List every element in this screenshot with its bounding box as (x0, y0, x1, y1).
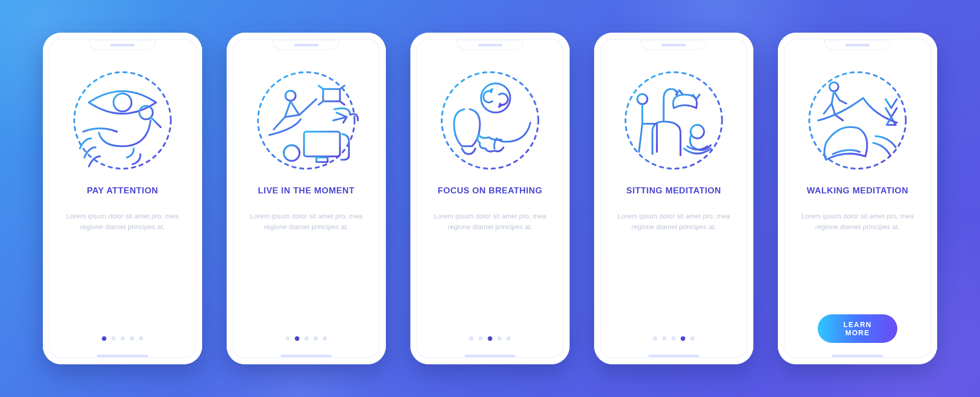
home-indicator (464, 355, 516, 357)
walking-icon (801, 64, 914, 177)
svg-point-22 (829, 82, 839, 91)
home-indicator (97, 355, 148, 357)
page-dots (102, 336, 143, 341)
svg-point-1 (113, 93, 131, 111)
slide-desc: Lorem ipsum dolor sit amet pro, mea regi… (794, 211, 921, 233)
dot[interactable] (672, 336, 676, 340)
dot[interactable] (479, 336, 483, 340)
slide-desc: Lorem ipsum dolor sit amet pro, mea regi… (242, 211, 370, 233)
svg-point-14 (442, 72, 538, 168)
dot[interactable] (470, 336, 474, 340)
svg-line-3 (151, 117, 161, 127)
dot[interactable] (139, 336, 143, 340)
breathing-icon (434, 64, 546, 177)
slide-title: FOCUS ON BREATHING (437, 186, 542, 196)
phone-sitting: SITTING MEDITATION Lorem ipsum dolor sit… (594, 33, 753, 364)
dot[interactable] (121, 336, 125, 340)
slide-title: LIVE IN THE MOMENT (258, 186, 354, 196)
slide-title: PAY ATTENTION (87, 186, 158, 196)
svg-rect-8 (304, 132, 340, 156)
svg-point-0 (74, 72, 170, 168)
page-dots (470, 336, 511, 341)
svg-point-15 (481, 83, 510, 112)
dot[interactable] (112, 336, 116, 340)
dot[interactable] (498, 336, 502, 340)
phone-row: PAY ATTENTION Lorem ipsum dolor sit amet… (43, 33, 937, 364)
svg-point-17 (638, 94, 648, 104)
phone-pay-attention: PAY ATTENTION Lorem ipsum dolor sit amet… (43, 33, 202, 364)
dot[interactable] (305, 336, 309, 340)
home-indicator (281, 355, 332, 357)
page-dots (286, 336, 327, 341)
phone-breathing: FOCUS ON BREATHING Lorem ipsum dolor sit… (410, 33, 570, 364)
home-indicator (648, 355, 699, 357)
dot[interactable] (314, 336, 318, 340)
slide-title: SITTING MEDITATION (626, 186, 721, 196)
dot[interactable] (130, 336, 134, 340)
slide-desc: Lorem ipsum dolor sit amet pro, mea regi… (426, 211, 554, 233)
svg-point-18 (691, 125, 704, 138)
svg-point-16 (625, 72, 722, 168)
dot[interactable] (681, 336, 685, 341)
dot[interactable] (323, 336, 327, 340)
phone-walking: WALKING MEDITATION Lorem ipsum dolor sit… (778, 33, 937, 364)
dot[interactable] (653, 336, 657, 340)
learn-more-button[interactable]: LEARN MORE (818, 314, 897, 343)
svg-point-5 (285, 91, 296, 101)
dot[interactable] (507, 336, 511, 340)
slide-desc: Lorem ipsum dolor sit amet pro, mea regi… (59, 211, 186, 233)
moment-icon (250, 64, 362, 177)
sitting-icon (618, 64, 730, 177)
dot[interactable] (488, 336, 493, 341)
phone-live-moment: LIVE IN THE MOMENT Lorem ipsum dolor sit… (227, 33, 386, 364)
dot[interactable] (691, 336, 695, 340)
page-dots (653, 336, 695, 341)
dot[interactable] (102, 336, 107, 341)
slide-title: WALKING MEDITATION (806, 186, 908, 196)
dot[interactable] (295, 336, 300, 341)
dot[interactable] (286, 336, 290, 340)
home-indicator (832, 355, 883, 357)
dot[interactable] (663, 336, 667, 340)
attention-icon (66, 64, 179, 177)
svg-rect-9 (316, 158, 328, 162)
slide-desc: Lorem ipsum dolor sit amet pro, mea regi… (610, 211, 738, 233)
